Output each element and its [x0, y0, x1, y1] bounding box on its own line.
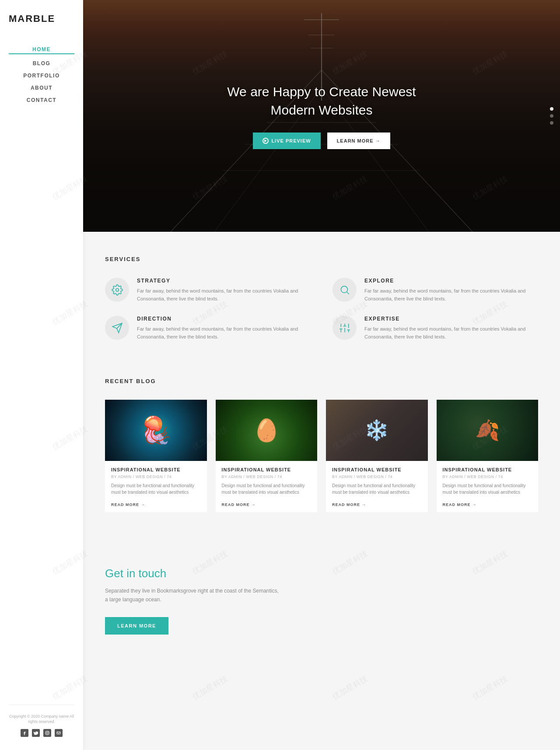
svg-point-1 — [46, 732, 48, 734]
blog-title-1: INSPIRATIONAL WEBSITE — [111, 467, 201, 472]
sidebar-footer: Copyright © 2020 Company name All rights… — [9, 705, 74, 737]
instagram-icon[interactable] — [43, 729, 51, 737]
blog-section: RECENT BLOG INSPIRATIONAL WEBSITE BY ADM… — [83, 365, 560, 536]
hero-section: We are Happy to Create Newest Modern Web… — [83, 0, 560, 232]
blog-excerpt-2: Design must be functional and functional… — [222, 482, 312, 495]
strategy-desc: Far far away, behind the word mountains,… — [137, 287, 311, 303]
logo: MARBLE — [9, 13, 74, 24]
blog-card-body-4: INSPIRATIONAL WEBSITE BY ADMIN / WEB DES… — [437, 461, 539, 512]
blog-card-4: INSPIRATIONAL WEBSITE BY ADMIN / WEB DES… — [437, 400, 539, 512]
blog-meta-1: BY ADMIN / WEB DESIGN / 74 — [111, 474, 201, 479]
hero-buttons: ▶ LIVE PREVIEW LEARN MORE → — [208, 133, 435, 149]
blog-card-body-2: INSPIRATIONAL WEBSITE BY ADMIN / WEB DES… — [216, 461, 318, 512]
service-explore: EXPLORE Far far away, behind the word mo… — [332, 278, 538, 303]
blog-grid: INSPIRATIONAL WEBSITE BY ADMIN / WEB DES… — [105, 400, 538, 512]
hero-title: We are Happy to Create Newest Modern Web… — [208, 83, 435, 119]
contact-title: Get in touch — [105, 567, 538, 580]
expertise-content: EXPERTISE Far far away, behind the word … — [364, 316, 538, 341]
blog-excerpt-4: Design must be functional and functional… — [443, 482, 532, 495]
nav-about[interactable]: ABOUT — [9, 85, 74, 91]
blog-excerpt-1: Design must be functional and functional… — [111, 482, 201, 495]
service-strategy: STRATEGY Far far away, behind the word m… — [105, 278, 311, 303]
service-direction: DIRECTION Far far away, behind the word … — [105, 316, 311, 341]
svg-point-2 — [48, 732, 49, 732]
blog-card-body-1: INSPIRATIONAL WEBSITE BY ADMIN / WEB DES… — [105, 461, 207, 512]
send-icon — [112, 322, 123, 334]
contact-desc: Separated they live in Bookmarksgrove ri… — [105, 587, 280, 603]
contact-section: Get in touch Separated they live in Book… — [83, 536, 560, 669]
play-icon: ▶ — [262, 138, 269, 144]
blog-image-4 — [437, 400, 539, 461]
copyright-text: Copyright © 2020 Company name All rights… — [9, 714, 74, 725]
direction-desc: Far far away, behind the word mountains,… — [137, 325, 311, 341]
learn-more-button[interactable]: LEARN MORE — [105, 617, 168, 635]
strategy-title: STRATEGY — [137, 278, 311, 284]
svg-point-15 — [116, 288, 119, 291]
read-more-3[interactable]: READ MORE — [332, 502, 366, 507]
dot-2[interactable] — [550, 114, 553, 118]
gear-icon — [112, 284, 123, 296]
twitter-icon[interactable] — [32, 729, 40, 737]
email-icon[interactable] — [55, 729, 63, 737]
expertise-title: EXPERTISE — [364, 316, 538, 322]
nav-portfolio[interactable]: PORTFOLIO — [9, 73, 74, 79]
services-section: SERVICES STRATEGY Far far away, behind t… — [83, 232, 560, 365]
expertise-icon-wrap — [332, 316, 357, 340]
blog-title-3: INSPIRATIONAL WEBSITE — [332, 467, 422, 472]
explore-desc: Far far away, behind the word mountains,… — [364, 287, 538, 303]
nav-home[interactable]: HOME — [9, 46, 74, 54]
blog-section-title: RECENT BLOG — [105, 378, 538, 384]
nav-contact[interactable]: CONTACT — [9, 97, 74, 103]
explore-title: EXPLORE — [364, 278, 538, 284]
dot-1[interactable] — [550, 107, 553, 111]
blog-image-1 — [105, 400, 207, 461]
blog-card-3: INSPIRATIONAL WEBSITE BY ADMIN / WEB DES… — [326, 400, 428, 512]
main-content: We are Happy to Create Newest Modern Web… — [83, 0, 560, 750]
facebook-icon[interactable] — [21, 729, 28, 737]
blog-title-2: INSPIRATIONAL WEBSITE — [222, 467, 312, 472]
blog-meta-3: BY ADMIN / WEB DESIGN / 74 — [332, 474, 422, 479]
live-preview-button[interactable]: ▶ LIVE PREVIEW — [253, 133, 320, 149]
blog-card-1: INSPIRATIONAL WEBSITE BY ADMIN / WEB DES… — [105, 400, 207, 512]
blog-meta-2: BY ADMIN / WEB DESIGN / 74 — [222, 474, 312, 479]
explore-content: EXPLORE Far far away, behind the word mo… — [364, 278, 538, 303]
read-more-1[interactable]: READ MORE — [111, 502, 145, 507]
sliders-icon — [339, 322, 350, 334]
blog-excerpt-3: Design must be functional and functional… — [332, 482, 422, 495]
explore-icon-wrap — [332, 278, 357, 302]
slider-dots — [550, 107, 553, 125]
blog-image-2 — [216, 400, 318, 461]
read-more-4[interactable]: READ MORE — [443, 502, 477, 507]
services-grid: STRATEGY Far far away, behind the word m… — [105, 278, 538, 341]
blog-image-3 — [326, 400, 428, 461]
svg-line-17 — [347, 292, 349, 294]
strategy-icon-wrap — [105, 278, 129, 302]
read-more-2[interactable]: READ MORE — [222, 502, 256, 507]
blog-card-body-3: INSPIRATIONAL WEBSITE BY ADMIN / WEB DES… — [326, 461, 428, 512]
direction-content: DIRECTION Far far away, behind the word … — [137, 316, 311, 341]
social-icons — [9, 729, 74, 737]
expertise-desc: Far far away, behind the word mountains,… — [364, 325, 538, 341]
service-expertise: EXPERTISE Far far away, behind the word … — [332, 316, 538, 341]
services-title: SERVICES — [105, 256, 538, 262]
search-icon — [339, 284, 350, 296]
blog-card-2: INSPIRATIONAL WEBSITE BY ADMIN / WEB DES… — [216, 400, 318, 512]
strategy-content: STRATEGY Far far away, behind the word m… — [137, 278, 311, 303]
hero-content: We are Happy to Create Newest Modern Web… — [208, 83, 435, 149]
learn-more-hero-button[interactable]: LEARN MORE → — [327, 133, 390, 149]
main-nav: HOME BLOG PORTFOLIO ABOUT CONTACT — [9, 46, 74, 705]
nav-blog[interactable]: BLOG — [9, 60, 74, 66]
direction-icon-wrap — [105, 316, 129, 340]
blog-meta-4: BY ADMIN / WEB DESIGN / 74 — [443, 474, 532, 479]
svg-point-16 — [341, 286, 347, 293]
dot-3[interactable] — [550, 121, 553, 125]
direction-title: DIRECTION — [137, 316, 311, 322]
blog-title-4: INSPIRATIONAL WEBSITE — [443, 467, 532, 472]
sidebar: MARBLE HOME BLOG PORTFOLIO ABOUT CONTACT… — [0, 0, 83, 750]
